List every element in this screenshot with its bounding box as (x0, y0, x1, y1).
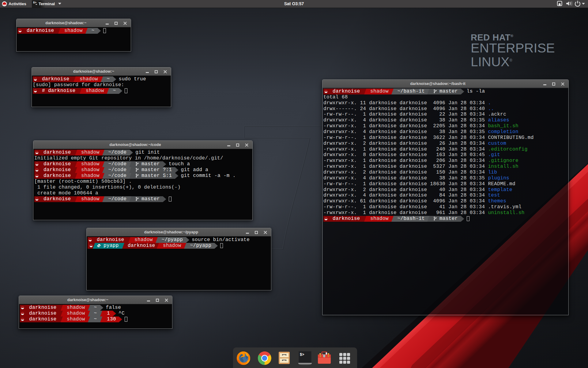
svg-text:$>: $> (300, 353, 304, 357)
